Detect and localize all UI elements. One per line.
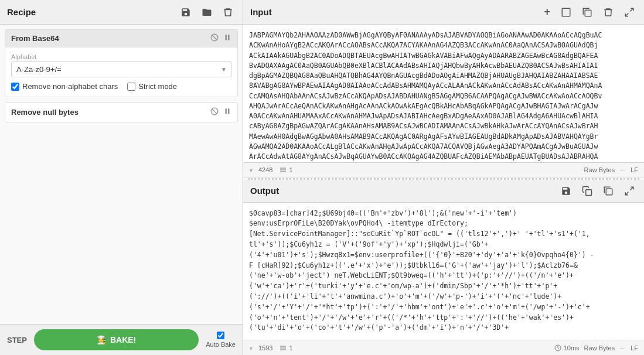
save-icon (180, 7, 191, 18)
output-header-icons (558, 185, 637, 197)
null-bytes-title: Remove null bytes (11, 108, 79, 117)
svg-line-1 (212, 35, 217, 40)
window-icon (561, 7, 571, 18)
pause-op-icon[interactable] (223, 33, 231, 43)
input-title: Input (250, 7, 272, 17)
from-base64-body: Alphabet A-Za-z0-9+/= A-Za-z0-9-_ Custom… (5, 47, 237, 97)
svg-line-18 (631, 187, 633, 190)
input-footer-right: Raw Bytes ← LF (584, 166, 638, 173)
auto-bake-checkbox[interactable] (217, 332, 224, 339)
svg-text:#: # (250, 168, 253, 173)
input-text[interactable]: JABPAGMAYQb2AHAAOAAzAD0AWwBjAGgAYQByAF0A… (243, 25, 644, 162)
svg-rect-9 (585, 10, 591, 16)
strict-mode-checkbox[interactable] (127, 83, 135, 91)
remove-non-alpha-label[interactable]: Remove non-alphabet chars (11, 82, 118, 91)
expand-icon (624, 7, 635, 18)
output-format-label: Raw Bytes (584, 344, 615, 351)
plus-icon: + (544, 6, 550, 18)
from-base64-block: From Base64 Alphabet A-Za-z0-9+/= (5, 29, 238, 97)
disable-op-icon[interactable] (210, 33, 219, 43)
input-header: Input + (243, 0, 644, 25)
remove-null-bytes-block: Remove null bytes (5, 102, 238, 122)
line-count: 1 (289, 166, 292, 173)
output-expand-icon (624, 186, 635, 196)
input-clear-button[interactable] (601, 6, 616, 19)
svg-rect-7 (228, 108, 229, 114)
input-le-label: LF (631, 166, 638, 173)
clear-recipe-button[interactable] (220, 6, 236, 19)
bottom-bar: STEP 👨‍🍳 BAKE! Auto Bake (0, 324, 243, 355)
output-text[interactable]: $0cavp83=[char]42;$U69bj40=(('Bn'+'zbv')… (243, 203, 644, 340)
input-footer: # 4248 1 Raw Bytes ← LF (243, 163, 644, 178)
recipe-header-icons (178, 6, 236, 19)
recipe-header: Recipe (0, 0, 243, 25)
from-base64-title: From Base64 (11, 34, 59, 43)
left-panel: Recipe From Base64 (0, 0, 243, 355)
alphabet-wrapper: Alphabet A-Za-z0-9+/= A-Za-z0-9-_ Custom… (11, 53, 231, 77)
input-line-ending: ← (619, 166, 626, 173)
svg-line-10 (631, 8, 633, 11)
output-save-button[interactable] (558, 185, 574, 197)
checkboxes-row: Remove non-alphabet chars Strict mode (11, 82, 231, 91)
load-recipe-button[interactable] (199, 6, 214, 19)
svg-rect-17 (606, 189, 612, 195)
svg-line-19 (625, 192, 628, 194)
input-area[interactable]: JABPAGMAYQb2AHAAOAAzAD0AWwBjAGgAYQByAF0A… (243, 25, 644, 163)
svg-line-11 (625, 13, 628, 16)
output-footer-right: 10ms Raw Bytes ← LF (554, 344, 638, 351)
output-lines-icon (280, 344, 287, 351)
null-bytes-header: Remove null bytes (5, 103, 237, 122)
disable-null-icon[interactable] (210, 107, 219, 117)
output-area[interactable]: $0cavp83=[char]42;$U69bj40=(('Bn'+'zbv')… (243, 203, 644, 340)
output-expand-button[interactable] (622, 185, 637, 197)
output-title: Output (250, 186, 279, 196)
output-line-count-stat: 1 (280, 344, 292, 351)
input-expand-button[interactable] (622, 6, 637, 19)
svg-rect-6 (226, 108, 227, 114)
line-count-stat: 1 (280, 166, 292, 173)
op-controls (210, 33, 231, 43)
folder-icon (202, 7, 212, 18)
input-copy-window-button[interactable] (580, 6, 595, 19)
copy-window-icon (582, 7, 592, 18)
svg-rect-8 (562, 8, 570, 16)
null-bytes-controls (210, 107, 231, 117)
remove-non-alpha-checkbox[interactable] (11, 83, 19, 91)
input-header-icons: + (541, 5, 637, 19)
char-count: 4248 (258, 166, 272, 173)
output-copy-icon (582, 186, 592, 196)
auto-bake-section: Auto Bake (206, 332, 236, 348)
svg-text:#: # (250, 345, 253, 350)
input-add-button[interactable]: + (541, 5, 553, 19)
recipe-title: Recipe (7, 7, 36, 17)
strict-mode-label[interactable]: Strict mode (127, 82, 177, 91)
clock-icon (554, 344, 561, 351)
auto-bake-label: Auto Bake (206, 341, 236, 348)
output-stats: # 1593 1 (249, 344, 293, 351)
input-new-tab-button[interactable] (558, 6, 574, 19)
alphabet-label: Alphabet (11, 53, 231, 60)
output-char-count-stat: # 1593 (249, 344, 272, 351)
output-replace-button[interactable] (601, 185, 616, 197)
alphabet-select[interactable]: A-Za-z0-9+/= A-Za-z0-9-_ Custom (11, 62, 231, 77)
bake-button[interactable]: 👨‍🍳 BAKE! (34, 329, 199, 350)
output-char-count: 1593 (258, 344, 272, 351)
char-count-stat: # 4248 (249, 166, 272, 173)
input-trash-icon (603, 7, 614, 18)
step-label: STEP (7, 336, 27, 344)
pause-null-icon[interactable] (223, 107, 231, 117)
svg-rect-2 (226, 35, 227, 40)
output-footer: # 1593 1 10ms Raw Bytes ← LF (243, 340, 644, 355)
save-recipe-button[interactable] (178, 6, 193, 19)
svg-rect-16 (586, 189, 592, 195)
chef-icon: 👨‍🍳 (97, 335, 107, 344)
output-save-icon (561, 186, 571, 196)
svg-rect-3 (228, 35, 229, 40)
hash-icon: # (249, 166, 256, 173)
svg-line-5 (212, 109, 217, 114)
output-replace-icon (603, 186, 614, 196)
time-badge: 10ms (554, 344, 580, 351)
output-copy-button[interactable] (580, 185, 595, 197)
lines-icon (280, 166, 287, 173)
output-line-count: 1 (289, 344, 292, 351)
